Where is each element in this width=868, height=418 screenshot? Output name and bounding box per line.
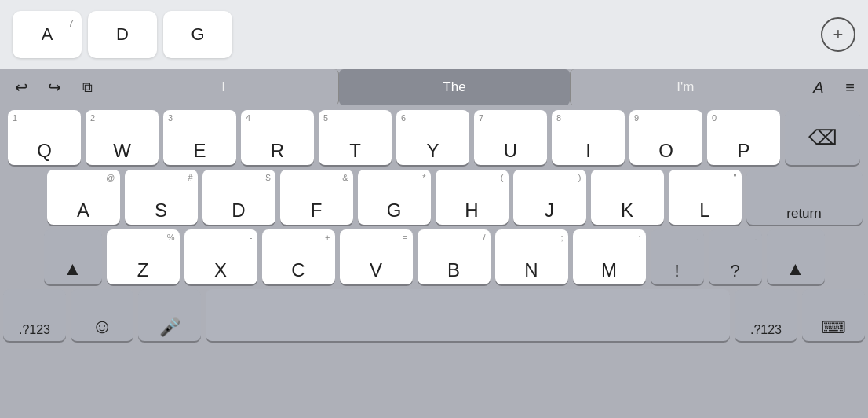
key-t[interactable]: 5T [319, 110, 392, 165]
redo-button[interactable]: ↪ [39, 74, 69, 101]
key-row-4: .?123☺🎤.?123⌨ [3, 289, 865, 341]
top-bar: A7DG + [0, 0, 868, 69]
key-row-3: ▲%Z-X+C=V/B;N:M.!.?▲ [3, 229, 865, 284]
suggestion-g[interactable]: G [163, 11, 232, 58]
key-m[interactable]: :M [573, 229, 646, 284]
backspace-key[interactable]: ⌫ [785, 110, 860, 165]
emoji-key[interactable]: ☺ [71, 289, 133, 341]
num-key-right[interactable]: .?123 [735, 289, 797, 341]
key-row-1: 1Q2W3E4R5T6Y7U8I9O0P⌫ [3, 110, 865, 165]
key-d[interactable]: $D [202, 170, 275, 225]
toolbar-right: A ≡ [807, 75, 862, 99]
key-u[interactable]: 7U [474, 110, 547, 165]
suggestion-a7[interactable]: A7 [13, 11, 82, 58]
key-v[interactable]: =V [340, 229, 413, 284]
key-h[interactable]: (H [436, 170, 509, 225]
suggestion-d[interactable]: D [88, 11, 157, 58]
key-g[interactable]: *G [358, 170, 431, 225]
toolbar: ↩ ↪ ⧉ ITheI'm A ≡ [0, 69, 868, 105]
shift-left-key[interactable]: ▲ [44, 229, 102, 284]
key-n[interactable]: ;N [495, 229, 568, 284]
key-z[interactable]: %Z [107, 229, 180, 284]
key-i[interactable]: 8I [552, 110, 625, 165]
font-button[interactable]: A [807, 75, 830, 99]
key-s[interactable]: #S [125, 170, 198, 225]
key-e[interactable]: 3E [163, 110, 236, 165]
keyboard: 1Q2W3E4R5T6Y7U8I9O0P⌫ @A#S$D&F*G(H)J'K"L… [0, 105, 868, 418]
key-o[interactable]: 9O [629, 110, 702, 165]
undo-button[interactable]: ↩ [6, 74, 36, 101]
return-key[interactable]: return [746, 170, 863, 225]
key-c[interactable]: +C [262, 229, 335, 284]
num-key-left[interactable]: .?123 [3, 289, 66, 341]
shift-up-icon: ▲ [64, 258, 82, 280]
key-r[interactable]: 4R [241, 110, 314, 165]
key-x[interactable]: -X [184, 229, 257, 284]
suggestion-pipe[interactable]: I [108, 69, 339, 105]
key-exclamation[interactable]: .! [651, 229, 704, 284]
shift-up-icon-right: ▲ [786, 258, 805, 280]
add-button[interactable]: + [821, 17, 855, 52]
suggestion-im[interactable]: I'm [570, 69, 801, 105]
key-y[interactable]: 6Y [396, 110, 469, 165]
keyboard-hide-key[interactable]: ⌨ [802, 289, 865, 341]
word-suggestions: A7DG [13, 11, 232, 58]
backspace-icon: ⌫ [808, 126, 837, 150]
key-k[interactable]: 'K [591, 170, 664, 225]
key-j[interactable]: )J [513, 170, 586, 225]
row2-spacer-left [6, 170, 42, 225]
key-a[interactable]: @A [47, 170, 120, 225]
key-w[interactable]: 2W [86, 110, 159, 165]
toolbar-suggestions: ITheI'm [108, 69, 801, 105]
space-key[interactable] [206, 289, 730, 341]
key-p[interactable]: 0P [707, 110, 780, 165]
key-l[interactable]: "L [669, 170, 742, 225]
key-q[interactable]: 1Q [8, 110, 81, 165]
key-question[interactable]: .? [709, 229, 762, 284]
suggestion-the[interactable]: The [339, 69, 569, 105]
key-f[interactable]: &F [280, 170, 353, 225]
key-b[interactable]: /B [418, 229, 491, 284]
copy-button[interactable]: ⧉ [72, 74, 102, 101]
key-row-2: @A#S$D&F*G(H)J'K"Lreturn [3, 170, 865, 225]
mic-key[interactable]: 🎤 [138, 289, 201, 341]
shift-right-key[interactable]: ▲ [767, 229, 825, 284]
menu-button[interactable]: ≡ [838, 75, 862, 99]
